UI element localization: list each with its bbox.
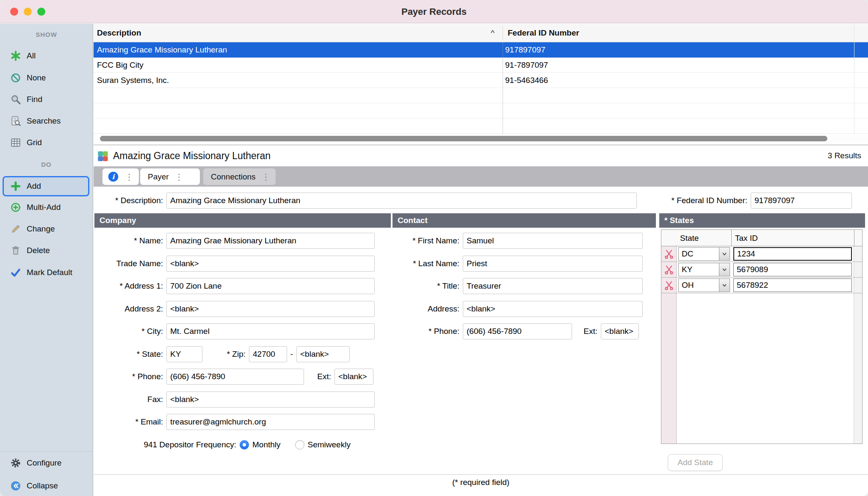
- multi-add-icon: [10, 202, 21, 213]
- tax-id-column-header: Tax ID: [732, 230, 854, 246]
- state-column-header: State: [677, 230, 732, 246]
- horizontal-scrollbar-track[interactable]: [94, 134, 868, 145]
- sidebar-item-label: Multi-Add: [27, 203, 61, 212]
- sidebar-item-label: Change: [27, 224, 55, 234]
- pencil-icon: [10, 223, 21, 234]
- address1-label: * Address 1:: [94, 281, 166, 291]
- company-name-input[interactable]: [166, 233, 375, 249]
- address2-row: Address 2:: [94, 301, 375, 317]
- remove-state-button[interactable]: [663, 249, 674, 260]
- sidebar-footer-divider: [0, 451, 93, 452]
- monthly-radio[interactable]: [240, 440, 249, 449]
- tax-id-input[interactable]: [733, 278, 852, 292]
- federal-id-input[interactable]: [751, 193, 852, 209]
- sidebar-item-all[interactable]: All: [0, 47, 93, 64]
- description-input[interactable]: [166, 193, 637, 209]
- contact-address-row: Address:: [393, 301, 643, 317]
- state-select[interactable]: KY: [678, 263, 730, 276]
- company-phone-row: * Phone: Ext:: [94, 369, 373, 385]
- email-input[interactable]: [166, 414, 375, 430]
- sidebar-item-find[interactable]: Find: [0, 91, 93, 108]
- last-name-input[interactable]: [463, 256, 643, 272]
- sidebar-item-label: Grid: [27, 138, 42, 147]
- tab-connections[interactable]: Connections ⋮: [203, 168, 276, 185]
- ext-label: Ext:: [304, 372, 334, 381]
- address2-input[interactable]: [166, 301, 375, 317]
- phone-label: * Phone:: [94, 372, 166, 381]
- sidebar-item-delete[interactable]: Delete: [0, 242, 93, 259]
- first-name-input[interactable]: [463, 233, 643, 249]
- depositor-frequency-row: 941 Depositor Frequency: Monthly Semiwee…: [94, 437, 365, 453]
- zip-separator: -: [287, 350, 296, 359]
- sidebar-item-add[interactable]: Add: [0, 178, 93, 195]
- main-panel: Description ^ Federal ID Number Amazing …: [94, 24, 868, 496]
- sidebar-item-change[interactable]: Change: [0, 220, 93, 237]
- sidebar-item-label: None: [27, 73, 46, 83]
- sidebar-item-multi-add[interactable]: Multi-Add: [0, 199, 93, 216]
- sidebar-item-label: Add: [27, 182, 41, 191]
- trade-name-input[interactable]: [166, 256, 375, 272]
- column-divider-dotted: [503, 42, 503, 134]
- fax-input[interactable]: [166, 391, 375, 408]
- info-button[interactable]: i ⋮: [102, 168, 139, 185]
- column-header-federal-id[interactable]: Federal ID Number: [508, 24, 804, 42]
- sidebar-item-none[interactable]: None: [0, 69, 93, 86]
- sidebar-show-header: SHOW: [0, 27, 93, 42]
- sidebar-item-configure[interactable]: Configure: [0, 455, 93, 471]
- table-row[interactable]: Amazing Grace Missionary Lutheran 917897…: [94, 42, 868, 58]
- sidebar-item-searches[interactable]: Searches: [0, 113, 93, 130]
- title-bar: Payer Records: [0, 0, 868, 23]
- contact-phone-label: * Phone:: [393, 327, 463, 336]
- payer-federal-id-cell: 91-7897097: [505, 58, 548, 73]
- contact-ext-input[interactable]: [601, 323, 639, 339]
- email-row: * Email:: [94, 414, 375, 430]
- payer-description-cell: Suran Systems, Inc.: [97, 73, 169, 88]
- federal-id-field-row: * Federal ID Number:: [638, 193, 852, 209]
- states-table: State Tax ID DC: [661, 229, 862, 444]
- company-section-header: Company: [94, 213, 391, 228]
- payer-records-window: Payer Records SHOW All None: [0, 0, 868, 496]
- sidebar-item-label: Searches: [27, 116, 61, 126]
- table-row[interactable]: Suran Systems, Inc. 91-5463466: [94, 73, 868, 88]
- column-header-description[interactable]: Description: [97, 24, 491, 42]
- sidebar-item-mark-default[interactable]: Mark Default: [0, 264, 93, 281]
- zip4-input[interactable]: [296, 346, 350, 362]
- saved-searches-icon: [10, 116, 21, 127]
- state-row: OH: [661, 278, 862, 293]
- horizontal-scrollbar-thumb[interactable]: [100, 136, 827, 141]
- state-row: KY: [661, 262, 862, 278]
- record-header: Amazing Grace Missionary Lutheran 3 Resu…: [94, 145, 868, 166]
- state-select[interactable]: OH: [678, 278, 730, 292]
- sidebar-item-collapse[interactable]: Collapse: [0, 477, 93, 494]
- city-input[interactable]: [166, 323, 375, 339]
- table-row[interactable]: FCC Big City 91-7897097: [94, 58, 868, 73]
- last-name-row: * Last Name:: [393, 256, 643, 272]
- add-state-button[interactable]: Add State: [668, 454, 723, 471]
- tax-id-input[interactable]: [733, 263, 852, 276]
- record-title: Amazing Grace Missionary Lutheran: [113, 145, 271, 166]
- payer-description-cell: Amazing Grace Missionary Lutheran: [97, 42, 227, 58]
- semiweekly-radio[interactable]: [295, 440, 304, 449]
- address1-input[interactable]: [166, 278, 375, 294]
- contact-title-input[interactable]: [463, 278, 643, 294]
- contact-address-input[interactable]: [463, 301, 643, 317]
- tab-strip: i ⋮ Payer ⋮ Connections ⋮: [94, 166, 868, 187]
- chevron-down-icon: [719, 248, 730, 260]
- state-input[interactable]: [166, 346, 202, 362]
- checkmark-icon: [10, 267, 21, 278]
- state-select[interactable]: DC: [678, 247, 730, 261]
- contact-ext-label: Ext:: [572, 327, 601, 336]
- monthly-radio-label: Monthly: [252, 440, 281, 449]
- description-field-row: * Description:: [94, 193, 637, 209]
- remove-state-button[interactable]: [663, 280, 674, 291]
- contact-phone-input[interactable]: [463, 323, 572, 339]
- contact-address-label: Address:: [393, 304, 463, 314]
- company-phone-input[interactable]: [166, 369, 304, 385]
- remove-state-button[interactable]: [663, 265, 674, 276]
- contact-section-header: Contact: [393, 213, 656, 228]
- zip-input[interactable]: [249, 346, 287, 362]
- tax-id-input[interactable]: [733, 247, 852, 261]
- company-ext-input[interactable]: [334, 369, 373, 385]
- sidebar-item-grid[interactable]: Grid: [0, 134, 93, 151]
- tab-payer[interactable]: Payer ⋮: [140, 168, 200, 185]
